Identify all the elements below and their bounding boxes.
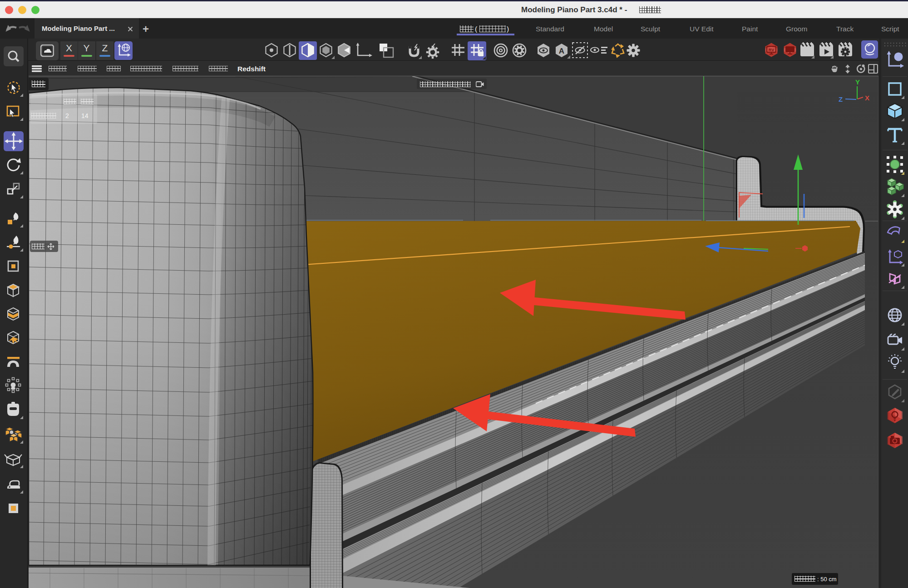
svg-text:RV: RV	[769, 48, 774, 52]
svg-text:Z: Z	[839, 95, 843, 103]
svg-text:Y: Y	[855, 78, 860, 86]
svg-text:A: A	[559, 47, 564, 55]
svg-text:X: X	[865, 94, 869, 102]
